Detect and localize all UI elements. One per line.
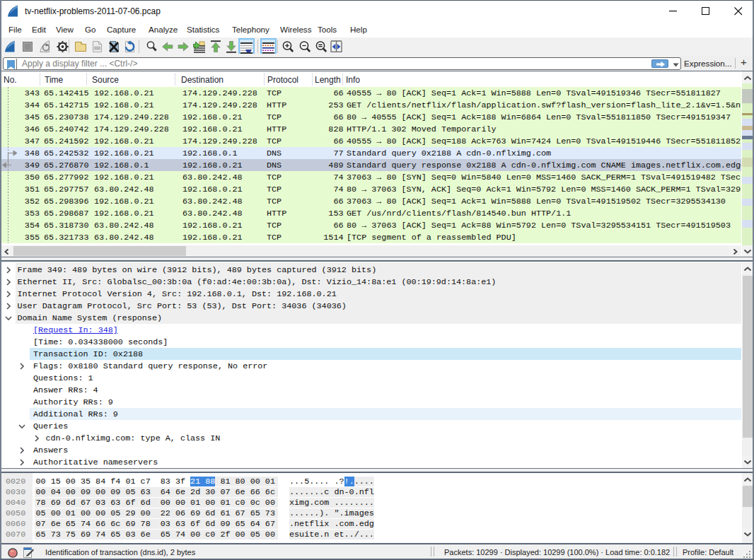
svg-text:010: 010 [94,46,100,50]
